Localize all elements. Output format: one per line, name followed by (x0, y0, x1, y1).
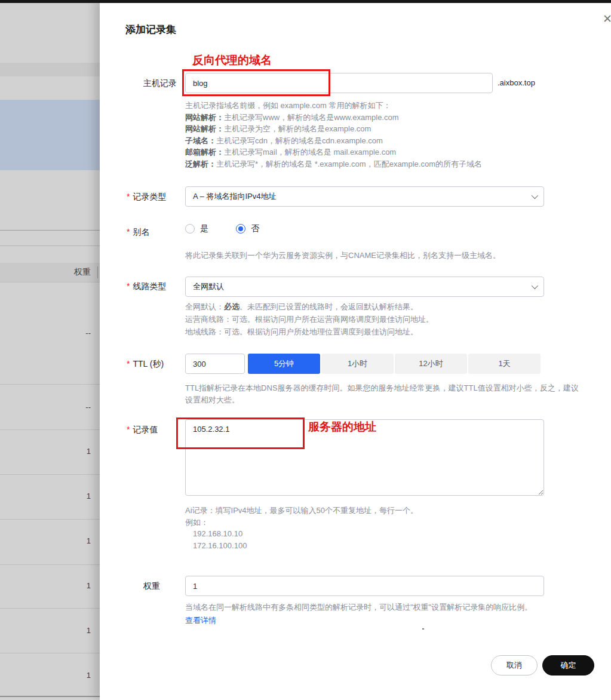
weight-help: 当域名在同一解析线路中有多条相同类型的解析记录时，可以通过"权重"设置解析记录集… (185, 601, 609, 613)
cancel-button[interactable]: 取消 (491, 655, 538, 676)
weight-label: 权重 (127, 581, 160, 592)
backdrop-divider (0, 230, 100, 231)
ttl-preset-1hour[interactable]: 1小时 (321, 354, 394, 374)
ttl-help: TTL指解析记录在本地DNS服务器的缓存时间。如果您的服务地址经常更换，建议TT… (185, 382, 579, 406)
table-cell-weight: 1 (87, 447, 91, 456)
table-cell-weight: -- (85, 403, 91, 412)
table-row-divider (0, 429, 100, 430)
table-cell-weight: 1 (87, 492, 91, 501)
ttl-preset-12hour[interactable]: 12小时 (395, 354, 467, 374)
domain-suffix: .aixbox.top (498, 78, 535, 87)
alias-help: 将此记录集关联到一个华为云服务资源实例，与CNAME记录集相比，别名支持一级主域… (185, 250, 609, 262)
confirm-button[interactable]: 确定 (542, 655, 594, 676)
line-type-help: 全网默认：必选。未匹配到已设置的线路时，会返回默认解析结果。 运营商线路：可选。… (185, 300, 609, 338)
stray-dot (422, 628, 424, 630)
top-black-bar (0, 0, 611, 3)
dimmed-background: 权重 -- -- 1 1 1 1 1 1 (0, 0, 100, 700)
record-value-annotation: 服务器的地址 (308, 419, 376, 435)
host-record-help: 主机记录指域名前缀，例如 example.com 常用的解析如下： 网站解析：主… (185, 100, 482, 170)
backdrop-divider (0, 245, 100, 246)
table-row-divider (0, 608, 100, 609)
table-cell-weight: 1 (87, 581, 91, 590)
record-type-select[interactable]: A – 将域名指向IPv4地址 (185, 186, 544, 207)
record-value-label: * 记录值 (127, 425, 158, 435)
table-row-divider (0, 282, 100, 283)
table-bottom-border (0, 696, 100, 697)
chevron-down-icon (532, 283, 538, 289)
ttl-input[interactable] (185, 354, 245, 374)
table-row-divider (0, 474, 100, 475)
record-type-label: * 记录类型 (127, 192, 166, 202)
table-row-divider (0, 653, 100, 653)
view-details-link[interactable]: 查看详情 (185, 615, 216, 626)
table-header-row: 权重 (0, 263, 100, 282)
weight-column-header: 权重 (74, 267, 91, 278)
table-cell-weight: 1 (87, 536, 91, 545)
alias-yes-radio[interactable]: 是 (185, 223, 208, 234)
dialog-title: 添加记录集 (125, 23, 176, 36)
ttl-label: * TTL (秒) (127, 359, 164, 370)
weight-input[interactable] (185, 576, 544, 596)
table-row-divider (0, 384, 100, 385)
column-divider (97, 266, 98, 278)
table-row-divider (0, 519, 100, 520)
radio-circle-selected-icon (236, 224, 245, 234)
table-row-divider (0, 564, 100, 565)
host-record-label: 主机记录 (127, 78, 177, 89)
backdrop-selected-band (0, 100, 100, 170)
chevron-down-icon (532, 192, 538, 199)
ttl-preset-5min[interactable]: 5分钟 (248, 354, 320, 374)
radio-circle-icon (185, 224, 195, 234)
record-value-help: Ai记录：填写IPv4地址，最多可以输入50个不重复地址，每行一个。 例如： 1… (185, 505, 579, 551)
table-cell-weight: -- (85, 328, 91, 337)
host-annotation: 反向代理的域名 (192, 53, 272, 68)
host-record-input[interactable] (185, 73, 493, 93)
alias-label: * 别名 (127, 227, 149, 238)
backdrop-band (0, 63, 100, 76)
page: { "required_mark": "*", "overlay": { "ta… (0, 0, 611, 700)
table-cell-weight: 1 (87, 671, 91, 680)
ttl-preset-1day[interactable]: 1天 (468, 354, 541, 374)
alias-no-radio[interactable]: 否 (236, 223, 259, 234)
table-cell-weight: 1 (87, 626, 91, 635)
alias-radio-group: 是 否 (185, 223, 287, 234)
close-icon[interactable]: ✕ (603, 12, 611, 26)
line-type-label: * 线路类型 (127, 281, 166, 292)
line-type-select[interactable]: 全网默认 (185, 277, 544, 297)
add-recordset-dialog: 添加记录集 ✕ 反向代理的域名 主机记录 .aixbox.top 主机记录指域名… (100, 0, 611, 700)
